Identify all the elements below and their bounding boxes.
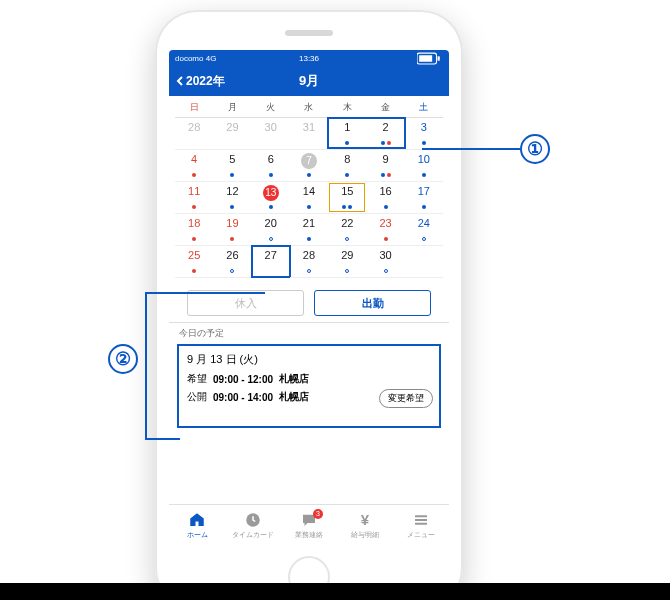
date-number: 16 [366, 182, 404, 197]
calendar-cell[interactable]: 6 [252, 150, 290, 182]
calendar-cell[interactable]: 13 [252, 182, 290, 214]
schedule-tag: 公開 [187, 390, 207, 404]
event-dots [252, 205, 290, 209]
calendar-cell[interactable]: 22 [328, 214, 366, 246]
event-dot [345, 141, 349, 145]
calendar-cell[interactable]: 28 [290, 246, 328, 278]
event-dots [175, 205, 213, 209]
tab-label: メニュー [407, 530, 435, 540]
calendar-cell[interactable]: 30 [252, 118, 290, 150]
dow-label: 月 [213, 101, 251, 114]
chevron-left-icon [175, 76, 185, 86]
dow-label: 日 [175, 101, 213, 114]
event-dots [328, 173, 366, 177]
tab-clock[interactable]: タイムカード [225, 505, 281, 546]
tab-label: 給与明細 [351, 530, 379, 540]
calendar-cell[interactable]: 15 [328, 182, 366, 214]
event-dot [307, 269, 311, 273]
date-number: 10 [405, 150, 443, 165]
calendar-cell[interactable]: 7 [290, 150, 328, 182]
calendar-cell[interactable]: 11 [175, 182, 213, 214]
schedule-row: 希望09:00 - 12:00札幌店 [187, 372, 431, 386]
calendar-cell[interactable]: 18 [175, 214, 213, 246]
event-dots [366, 237, 404, 241]
calendar-cell[interactable]: 27 [252, 246, 290, 278]
calendar-cell[interactable]: 14 [290, 182, 328, 214]
calendar-cell[interactable]: 5 [213, 150, 251, 182]
date-number: 21 [290, 214, 328, 229]
calendar-cell[interactable]: 24 [405, 214, 443, 246]
calendar-cell[interactable]: 30 [366, 246, 404, 278]
event-dot [384, 269, 388, 273]
calendar-cell[interactable]: 23 [366, 214, 404, 246]
calendar-cell[interactable]: 29 [213, 118, 251, 150]
date-number: 1 [328, 118, 366, 133]
calendar-cell[interactable]: 26 [213, 246, 251, 278]
event-dot [384, 205, 388, 209]
calendar-cell[interactable]: 1 [328, 118, 366, 150]
date-number: 27 [252, 246, 290, 261]
calendar-grid: 2829303112345678910111213141516171819202… [175, 118, 443, 278]
event-dot [422, 237, 426, 241]
date-number: 22 [328, 214, 366, 229]
tab-menu[interactable]: メニュー [393, 505, 449, 546]
schedule-time: 09:00 - 14:00 [213, 392, 273, 403]
schedule-panel: 9 月 13 日 (火) 希望09:00 - 12:00札幌店公開09:00 -… [177, 344, 441, 428]
event-dots [252, 237, 290, 241]
event-dot [192, 269, 196, 273]
event-dots [366, 205, 404, 209]
calendar-cell[interactable]: 3 [405, 118, 443, 150]
event-dot [269, 205, 273, 209]
back-button[interactable]: 2022年 [169, 73, 225, 90]
status-carrier: docomo 4G [175, 54, 216, 63]
event-dots [213, 237, 251, 241]
calendar-cell[interactable]: 19 [213, 214, 251, 246]
callout-line-1 [422, 148, 520, 150]
date-number: 8 [328, 150, 366, 165]
calendar-cell[interactable]: 9 [366, 150, 404, 182]
calendar-cell[interactable] [405, 246, 443, 278]
date-number: 2 [366, 118, 404, 133]
calendar-cell[interactable]: 4 [175, 150, 213, 182]
event-dots [290, 205, 328, 209]
event-dots [328, 205, 366, 209]
calendar-cell[interactable]: 28 [175, 118, 213, 150]
event-dots [213, 173, 251, 177]
calendar-cell[interactable]: 16 [366, 182, 404, 214]
status-time: 13:36 [299, 54, 319, 63]
date-number: 30 [252, 118, 290, 133]
callout-line-2v [145, 292, 147, 440]
calendar-cell[interactable]: 10 [405, 150, 443, 182]
tab-chat[interactable]: 業務連絡3 [281, 505, 337, 546]
tab-yen[interactable]: ¥給与明細 [337, 505, 393, 546]
calendar-cell[interactable]: 2 [366, 118, 404, 150]
event-dots [366, 141, 404, 145]
svg-rect-1 [419, 55, 432, 62]
calendar-cell[interactable]: 8 [328, 150, 366, 182]
date-number: 17 [405, 182, 443, 197]
schedule-tag: 希望 [187, 372, 207, 386]
calendar-cell[interactable]: 25 [175, 246, 213, 278]
calendar-cell[interactable]: 31 [290, 118, 328, 150]
event-dot [269, 237, 273, 241]
change-request-button[interactable]: 変更希望 [379, 389, 433, 408]
event-dot [192, 237, 196, 241]
event-dot [192, 173, 196, 177]
attend-button[interactable]: 出勤 [314, 290, 431, 316]
calendar-cell[interactable]: 20 [252, 214, 290, 246]
event-dots [175, 173, 213, 177]
callout-1-number: ① [520, 134, 550, 164]
dow-label: 水 [290, 101, 328, 114]
date-number: 7 [301, 153, 317, 169]
today-section-title: 今日の予定 [169, 322, 449, 342]
dow-label: 金 [366, 101, 404, 114]
calendar-cell[interactable]: 12 [213, 182, 251, 214]
calendar-cell[interactable]: 17 [405, 182, 443, 214]
calendar-cell[interactable]: 21 [290, 214, 328, 246]
calendar-cell[interactable]: 29 [328, 246, 366, 278]
tab-home[interactable]: ホーム [169, 505, 225, 546]
event-dots [405, 141, 443, 145]
date-number: 26 [213, 246, 251, 261]
yen-icon: ¥ [356, 511, 374, 529]
event-dot [230, 237, 234, 241]
